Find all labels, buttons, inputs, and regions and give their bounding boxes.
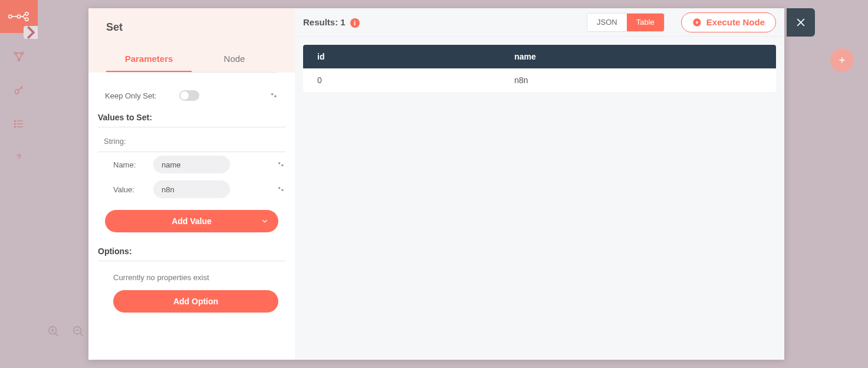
execute-node-label: Execute Node xyxy=(706,17,765,27)
panel-header: Set Parameters Node xyxy=(88,8,295,73)
zoom-out-button[interactable] xyxy=(72,325,85,340)
add-value-button[interactable]: Add Value xyxy=(105,210,278,232)
rail-expand-button[interactable] xyxy=(24,26,38,39)
svg-point-8 xyxy=(15,120,16,121)
svg-point-18 xyxy=(278,187,281,189)
tabbar: Parameters Node xyxy=(106,47,277,73)
svg-point-5 xyxy=(21,52,23,54)
node-editor-modal: Set Parameters Node Keep Only Set: Value… xyxy=(88,8,784,360)
field-name-input[interactable] xyxy=(153,156,230,173)
close-button[interactable] xyxy=(787,8,815,37)
tab-node[interactable]: Node xyxy=(192,47,277,72)
svg-point-3 xyxy=(25,18,28,21)
results-table-wrap: id name 0 n8n xyxy=(295,37,784,100)
results-count: 1 xyxy=(340,17,345,27)
svg-point-9 xyxy=(15,123,16,124)
string-subhead: String: xyxy=(98,131,285,152)
zoom-in-button[interactable] xyxy=(47,325,60,340)
col-name: name xyxy=(500,45,776,68)
list-icon[interactable] xyxy=(13,118,25,132)
view-json-button[interactable]: JSON xyxy=(587,14,627,31)
field-value-label: Value: xyxy=(113,185,147,194)
field-value-input[interactable] xyxy=(153,180,230,198)
svg-point-11 xyxy=(18,160,19,160)
add-option-label: Add Option xyxy=(173,297,218,306)
help-icon[interactable] xyxy=(13,152,25,165)
chevron-down-icon xyxy=(261,217,269,225)
tab-parameters[interactable]: Parameters xyxy=(106,47,192,72)
table-row[interactable]: 0 n8n xyxy=(303,68,776,92)
keep-only-set-row: Keep Only Set: xyxy=(98,84,285,107)
svg-point-2 xyxy=(25,12,28,15)
svg-point-17 xyxy=(281,164,284,166)
options-title: Options: xyxy=(98,243,285,261)
app-logo xyxy=(0,0,38,33)
svg-point-7 xyxy=(15,90,19,94)
keep-only-set-settings[interactable] xyxy=(269,91,278,100)
right-panel: Results: 1 i JSON Table Execute Node id … xyxy=(295,8,784,360)
view-table-button[interactable]: Table xyxy=(627,14,664,31)
svg-point-10 xyxy=(15,126,16,127)
add-node-fab[interactable] xyxy=(830,48,854,72)
view-toggle: JSON Table xyxy=(587,13,665,32)
field-value-settings[interactable] xyxy=(276,185,285,193)
values-to-set-title: Values to Set: xyxy=(98,109,285,127)
play-icon xyxy=(692,18,702,27)
field-name-label: Name: xyxy=(113,160,147,169)
svg-point-19 xyxy=(281,189,284,191)
add-value-label: Add Value xyxy=(172,216,212,226)
results-table: id name 0 n8n xyxy=(303,45,776,92)
n8n-logo-icon xyxy=(7,9,31,24)
workflows-icon[interactable] xyxy=(13,51,25,64)
plus-icon xyxy=(837,55,847,65)
field-name-row: Name: xyxy=(98,152,285,177)
results-label: Results: 1 i xyxy=(303,17,360,28)
close-icon xyxy=(795,17,807,28)
keep-only-set-label: Keep Only Set: xyxy=(105,91,170,100)
gear-icon xyxy=(269,91,278,100)
panel-title: Set xyxy=(106,21,277,47)
zoom-controls xyxy=(47,325,85,340)
key-icon[interactable] xyxy=(13,84,25,98)
svg-point-14 xyxy=(271,93,274,96)
cell-name: n8n xyxy=(500,68,776,92)
svg-point-15 xyxy=(274,95,277,97)
results-bar: Results: 1 i JSON Table Execute Node xyxy=(295,8,784,37)
field-name-settings[interactable] xyxy=(276,160,285,169)
chevron-right-icon xyxy=(24,25,38,40)
gear-icon xyxy=(276,185,285,193)
svg-point-0 xyxy=(9,15,12,18)
app-rail xyxy=(0,0,38,368)
info-icon[interactable]: i xyxy=(350,18,360,28)
gear-icon xyxy=(276,160,285,169)
results-prefix: Results: xyxy=(303,17,338,27)
add-option-button[interactable]: Add Option xyxy=(113,290,278,313)
no-properties-text: Currently no properties exist xyxy=(98,265,285,288)
table-header-row: id name xyxy=(303,45,776,68)
svg-point-16 xyxy=(278,162,281,165)
svg-point-4 xyxy=(15,52,17,54)
svg-point-6 xyxy=(18,59,19,61)
panel-body: Keep Only Set: Values to Set: String: Na… xyxy=(88,73,295,330)
execute-node-button[interactable]: Execute Node xyxy=(681,12,776,32)
col-id: id xyxy=(303,45,500,68)
left-panel: Set Parameters Node Keep Only Set: Value… xyxy=(88,8,295,360)
field-value-row: Value: xyxy=(98,177,285,202)
cell-id: 0 xyxy=(303,68,500,92)
keep-only-set-toggle[interactable] xyxy=(179,90,199,101)
svg-point-1 xyxy=(17,15,20,18)
